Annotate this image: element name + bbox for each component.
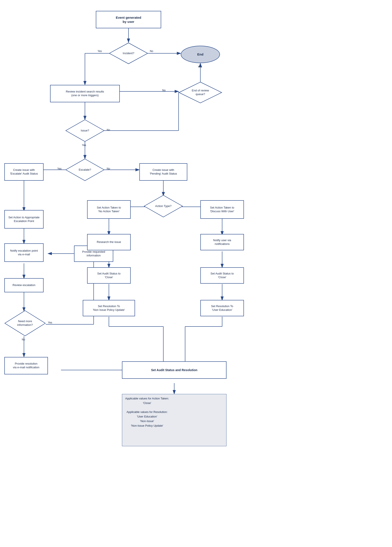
set-audit-resolution-label: Set Audit Status and Resolution (151, 368, 198, 372)
event-generated-label: Event generatedby user (116, 15, 141, 24)
set-audit-resolution-node: Set Audit Status and Resolution (122, 361, 227, 379)
escalate-label: Escalate? (79, 168, 91, 172)
set-action-no-action-label: Set Action Taken to'No Action Taken' (97, 206, 121, 213)
set-action-no-action-node: Set Action Taken to'No Action Taken' (87, 200, 131, 219)
need-more-label: Need moreinformation? (17, 320, 33, 327)
issue-diamond: Issue? (65, 119, 104, 142)
incident-yes-label: Yes (97, 50, 102, 53)
create-pending-label: Create issue with'Pending' Audit Status (150, 168, 177, 176)
notify-user-label: Notify user vianotifications (213, 239, 231, 246)
set-resolution-non-issue-node: Set Resolution To'Non Issue Policy Updat… (83, 300, 135, 316)
set-audit-close2-node: Set Audit Status to'Close' (200, 267, 244, 284)
review-escalation-node: Review escalation (4, 278, 44, 292)
create-escalate-label: Create issue with'Escalate' Audit Status (10, 168, 38, 176)
provide-resolution-label: Provide resolutionvia e-mail notificatio… (13, 362, 39, 369)
escalate-diamond: Escalate? (65, 158, 104, 181)
end-of-review-diamond: End of reviewqueue? (179, 82, 222, 103)
provide-info-label: Provide requestedinformation (82, 250, 105, 258)
review-incident-label: Review incident search results(one or mo… (66, 90, 104, 97)
research-issue-label: Research the issue (97, 240, 121, 244)
escalate-no-label: No (107, 167, 110, 170)
create-escalate-node: Create issue with'Escalate' Audit Status (4, 163, 44, 181)
action-type-label: Action Type? (155, 204, 172, 208)
set-resolution-non-issue-label: Set Resolution To'Non Issue Policy Updat… (93, 305, 125, 312)
note-box-label: Applicable values for Action Taken: 'Clo… (125, 396, 169, 428)
set-action-escalation-label: Set Action to AppropriateEscalation Poin… (8, 216, 39, 223)
set-action-discuss-label: Set Action Taken to'Discuss With User' (210, 206, 234, 213)
notify-user-node: Notify user vianotifications (200, 234, 244, 250)
end-yes-label: Yes (198, 65, 202, 68)
set-resolution-user-edu-label: Set Resolution To'User Education' (211, 305, 233, 312)
diagram-container: Event generatedby user Incident? Yes No … (0, 0, 392, 547)
end-node: End (181, 46, 220, 63)
note-box-node: Applicable values for Action Taken: 'Clo… (122, 394, 227, 446)
notify-escalation-label: Notify escalation pointvia e-mail (10, 249, 38, 256)
need-more-no-label: No (22, 338, 25, 341)
set-audit-close2-label: Set Audit Status to'Close' (211, 272, 234, 279)
need-more-diamond: Need moreinformation? (4, 310, 46, 336)
set-audit-close1-label: Set Audit Status to'Close' (97, 272, 121, 279)
issue-label: Issue? (81, 129, 89, 133)
end-label: End (197, 52, 203, 57)
incident-no-label: No (150, 50, 153, 53)
review-incident-node: Review incident search results(one or mo… (50, 85, 120, 102)
review-escalation-label: Review escalation (13, 283, 35, 287)
action-type-diamond: Action Type? (144, 195, 183, 218)
notify-escalation-node: Notify escalation pointvia e-mail (4, 243, 44, 262)
incident-diamond: Incident? (109, 42, 148, 64)
escalate-yes-label: Yes (57, 167, 62, 170)
issue-no-label: No (107, 128, 110, 131)
create-pending-node: Create issue with'Pending' Audit Status (139, 163, 187, 181)
set-audit-close1-node: Set Audit Status to'Close' (87, 267, 131, 284)
issue-yes-label: Yes (82, 144, 86, 147)
set-action-escalation-node: Set Action to AppropriateEscalation Poin… (4, 210, 44, 229)
set-resolution-user-edu-node: Set Resolution To'User Education' (200, 300, 244, 316)
research-issue-node: Research the issue (87, 234, 131, 250)
event-generated-node: Event generatedby user (96, 11, 161, 28)
end-of-review-no-label: No (162, 89, 165, 92)
end-of-review-label: End of reviewqueue? (192, 89, 209, 96)
need-more-yes-label: Yes (48, 321, 52, 324)
set-action-discuss-node: Set Action Taken to'Discuss With User' (200, 200, 244, 219)
incident-label: Incident? (123, 52, 134, 55)
provide-resolution-node: Provide resolutionvia e-mail notificatio… (4, 357, 48, 374)
